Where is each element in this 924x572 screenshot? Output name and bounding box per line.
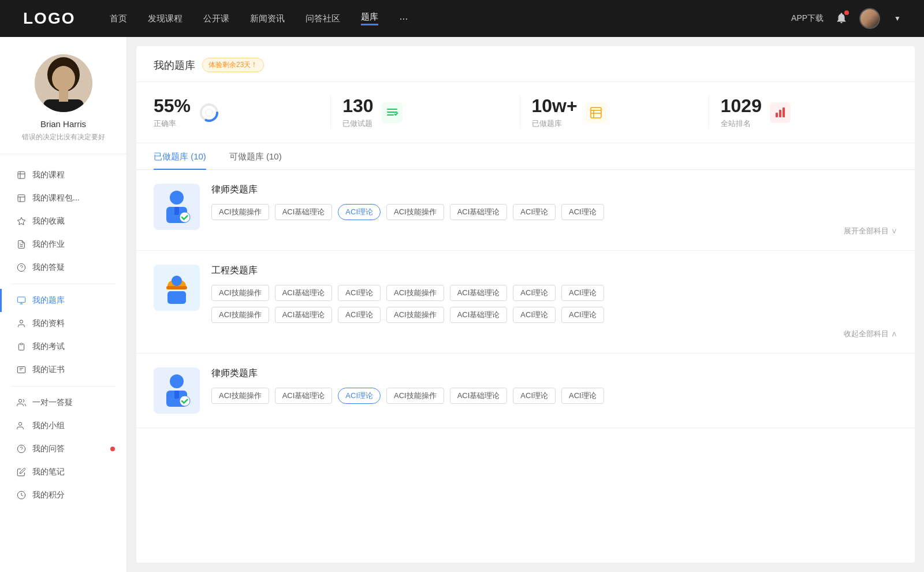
tag-3-2[interactable]: ACI基础理论 bbox=[275, 388, 333, 404]
page-layout: Brian Harris 错误的决定比没有决定要好 我的课程 我的课程包... bbox=[0, 37, 924, 572]
sidebar: Brian Harris 错误的决定比没有决定要好 我的课程 我的课程包... bbox=[0, 37, 127, 572]
qbank-section-lawyer-1: 律师类题库 ACI技能操作 ACI基础理论 ACI理论 ACI技能操作 ACI基… bbox=[136, 170, 915, 251]
table-icon bbox=[586, 102, 606, 123]
page-title: 我的题库 bbox=[154, 58, 195, 72]
svg-rect-19 bbox=[591, 107, 601, 118]
tag-3-1[interactable]: ACI技能操作 bbox=[211, 388, 269, 404]
nav-link-questionbank[interactable]: 题库 bbox=[361, 12, 378, 25]
sidebar-avatar bbox=[35, 54, 92, 112]
tag-3-7[interactable]: ACI理论 bbox=[561, 388, 604, 404]
tag-2-4[interactable]: ACI技能操作 bbox=[386, 285, 444, 301]
tag-2-3[interactable]: ACI理论 bbox=[338, 285, 381, 301]
nav-dropdown-arrow-icon[interactable]: ▼ bbox=[894, 14, 901, 23]
tag-1-6[interactable]: ACI理论 bbox=[513, 204, 556, 220]
bar-chart-icon bbox=[770, 102, 791, 123]
tag-2-11[interactable]: ACI技能操作 bbox=[386, 307, 444, 323]
svg-point-29 bbox=[180, 212, 190, 222]
sidebar-item-points[interactable]: 我的积分 bbox=[0, 484, 126, 507]
nav-link-news[interactable]: 新闻资讯 bbox=[250, 13, 285, 24]
sidebar-item-notes[interactable]: 我的笔记 bbox=[0, 460, 126, 484]
tag-1-1[interactable]: ACI技能操作 bbox=[211, 204, 269, 220]
stat-label-correct: 正确率 bbox=[154, 118, 191, 129]
nav-link-home[interactable]: 首页 bbox=[110, 13, 127, 24]
tag-1-5[interactable]: ACI基础理论 bbox=[450, 204, 508, 220]
stat-ranking: 1029 全站排名 bbox=[709, 96, 897, 129]
tag-1-2[interactable]: ACI基础理论 bbox=[275, 204, 333, 220]
tag-1-3[interactable]: ACI理论 bbox=[338, 204, 381, 220]
svg-rect-9 bbox=[17, 297, 25, 302]
nav-link-open[interactable]: 公开课 bbox=[203, 13, 229, 24]
sidebar-item-profile[interactable]: 我的资料 bbox=[0, 312, 126, 335]
tag-2-9[interactable]: ACI基础理论 bbox=[275, 307, 333, 323]
tag-1-7[interactable]: ACI理论 bbox=[561, 204, 604, 220]
nav-logo[interactable]: LOGO bbox=[23, 9, 75, 28]
sidebar-item-label-homework: 我的作业 bbox=[32, 239, 65, 250]
trial-badge: 体验剩余23天！ bbox=[202, 58, 264, 72]
donut-svg bbox=[199, 102, 219, 123]
sidebar-item-question-bank[interactable]: 我的题库 bbox=[0, 289, 126, 312]
tag-2-14[interactable]: ACI理论 bbox=[561, 307, 604, 323]
qbank-expand-lawyer-1[interactable]: 展开全部科目 ∨ bbox=[211, 226, 897, 236]
stat-correct-rate: 55% 正确率 bbox=[154, 96, 331, 129]
tag-2-8[interactable]: ACI技能操作 bbox=[211, 307, 269, 323]
tag-2-1[interactable]: ACI技能操作 bbox=[211, 285, 269, 301]
sidebar-item-label-one-on-one: 一对一答疑 bbox=[32, 398, 73, 408]
qbank-section-engineer: 工程类题库 ACI技能操作 ACI基础理论 ACI理论 ACI技能操作 ACI基… bbox=[136, 251, 915, 354]
tag-1-4[interactable]: ACI技能操作 bbox=[386, 204, 444, 220]
tag-2-7[interactable]: ACI理论 bbox=[561, 285, 604, 301]
tab-done-banks[interactable]: 已做题库 (10) bbox=[154, 143, 206, 169]
sidebar-item-exam[interactable]: 我的考试 bbox=[0, 335, 126, 358]
svg-rect-23 bbox=[776, 113, 778, 117]
sidebar-item-group[interactable]: 我的小组 bbox=[0, 414, 126, 437]
svg-rect-16 bbox=[387, 109, 397, 110]
stat-value-done-b: 10w+ bbox=[532, 96, 578, 116]
tag-2-12[interactable]: ACI基础理论 bbox=[450, 307, 508, 323]
tag-2-6[interactable]: ACI理论 bbox=[513, 285, 556, 301]
sidebar-item-my-qa[interactable]: 我的答疑 bbox=[0, 256, 126, 279]
sidebar-item-label-group: 我的小组 bbox=[32, 421, 65, 431]
page-header: 我的题库 体验剩余23天！ bbox=[136, 46, 915, 82]
svg-point-2 bbox=[52, 66, 75, 91]
nav-app-download-button[interactable]: APP下载 bbox=[791, 13, 824, 24]
sidebar-item-qanda[interactable]: 我的问答 bbox=[0, 437, 126, 460]
tag-3-4[interactable]: ACI技能操作 bbox=[386, 388, 444, 404]
homework-icon bbox=[16, 239, 27, 250]
tag-3-3[interactable]: ACI理论 bbox=[338, 388, 381, 404]
nav-user-avatar[interactable] bbox=[859, 8, 880, 29]
engineer-svg bbox=[162, 270, 192, 305]
sidebar-item-label-my-qa: 我的答疑 bbox=[32, 262, 65, 273]
tag-2-10[interactable]: ACI理论 bbox=[338, 307, 381, 323]
points-icon bbox=[16, 490, 27, 500]
qanda-notification-dot bbox=[110, 447, 115, 451]
qbank-collapse-engineer[interactable]: 收起全部科目 ∧ bbox=[211, 329, 897, 339]
qbank-tags-engineer-row1: ACI技能操作 ACI基础理论 ACI理论 ACI技能操作 ACI基础理论 AC… bbox=[211, 285, 897, 301]
sidebar-item-one-on-one[interactable]: 一对一答疑 bbox=[0, 391, 126, 414]
sidebar-item-homework[interactable]: 我的作业 bbox=[0, 233, 126, 256]
tag-2-2[interactable]: ACI基础理论 bbox=[275, 285, 333, 301]
qbank-tags-lawyer-2: ACI技能操作 ACI基础理论 ACI理论 ACI技能操作 ACI基础理论 AC… bbox=[211, 388, 897, 404]
note-icon bbox=[16, 467, 27, 477]
svg-point-8 bbox=[17, 263, 25, 271]
stat-done-banks: 10w+ 已做题库 bbox=[520, 96, 709, 129]
sidebar-item-my-package[interactable]: 我的课程包... bbox=[0, 187, 126, 210]
tag-2-13[interactable]: ACI理论 bbox=[513, 307, 556, 323]
tab-available-banks[interactable]: 可做题库 (10) bbox=[229, 143, 282, 169]
stat-label-done-q: 已做试题 bbox=[342, 118, 373, 129]
sidebar-item-my-course[interactable]: 我的课程 bbox=[0, 164, 126, 187]
qbank-title-engineer: 工程类题库 bbox=[211, 265, 897, 277]
nav-bell-button[interactable] bbox=[835, 12, 848, 26]
nav-link-qa[interactable]: 问答社区 bbox=[305, 13, 340, 24]
sidebar-item-favorites[interactable]: 我的收藏 bbox=[0, 210, 126, 233]
tabs-row: 已做题库 (10) 可做题库 (10) bbox=[136, 143, 915, 170]
tag-2-5[interactable]: ACI基础理论 bbox=[450, 285, 508, 301]
sidebar-item-cert[interactable]: 我的证书 bbox=[0, 358, 126, 381]
nav-more-icon[interactable]: ··· bbox=[399, 13, 408, 25]
svg-point-15 bbox=[206, 109, 213, 116]
tag-3-6[interactable]: ACI理论 bbox=[513, 388, 556, 404]
tag-3-5[interactable]: ACI基础理论 bbox=[450, 388, 508, 404]
nav-links: 首页 发现课程 公开课 新闻资讯 问答社区 题库 ··· bbox=[110, 12, 791, 25]
navbar: LOGO 首页 发现课程 公开课 新闻资讯 问答社区 题库 ··· APP下载 … bbox=[0, 0, 924, 37]
stat-value-rank: 1029 bbox=[721, 96, 762, 116]
nav-link-discover[interactable]: 发现课程 bbox=[148, 13, 182, 24]
stat-done-questions: 130 已做试题 bbox=[331, 96, 520, 129]
